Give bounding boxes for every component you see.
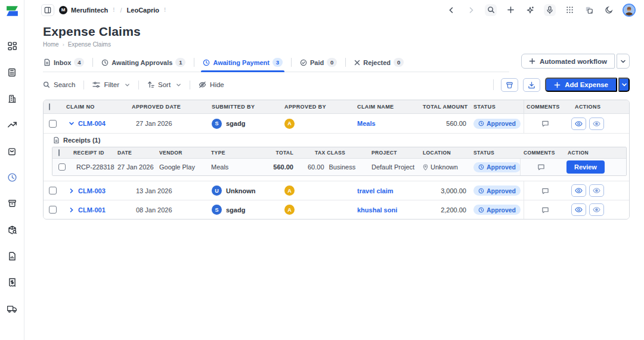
search-tool[interactable]: Search bbox=[43, 81, 75, 88]
trash-icon bbox=[506, 81, 513, 89]
sort-label: Sort bbox=[158, 81, 171, 88]
preview-button[interactable] bbox=[589, 118, 604, 130]
view-button[interactable] bbox=[571, 118, 586, 130]
tab-awaiting-approvals[interactable]: Awaiting Approvals 1 bbox=[101, 55, 186, 72]
receipts-table: RECEIPT ID DATE VENDOR TYPE TOTAL TAX CL… bbox=[52, 147, 627, 176]
sidebar-item-documents[interactable] bbox=[6, 251, 18, 261]
truck-icon bbox=[7, 304, 17, 313]
tab-awaiting-payment[interactable]: Awaiting Payment 3 bbox=[202, 55, 283, 72]
tab-label: Awaiting Payment bbox=[213, 59, 270, 66]
add-expense-button[interactable]: Add Expense bbox=[545, 78, 617, 92]
plus-icon bbox=[529, 58, 535, 64]
comments-button[interactable] bbox=[541, 120, 549, 127]
tab-label: Rejected bbox=[363, 59, 391, 66]
automated-workflow-button[interactable]: Automated workflow bbox=[521, 54, 615, 69]
tab-rejected[interactable]: Rejected 0 bbox=[354, 55, 404, 72]
col-total-amount: TOTAL AMOUNT bbox=[420, 104, 471, 110]
expand-row-button[interactable] bbox=[69, 188, 75, 194]
status-clock-icon bbox=[478, 207, 484, 213]
row-checkbox[interactable] bbox=[49, 206, 57, 214]
org-switcher[interactable]: M Merufintech bbox=[59, 6, 108, 14]
sidebar-item-organization[interactable] bbox=[6, 93, 18, 104]
table-row[interactable]: CLM-004 27 Jan 2026 S sgadg A Meals 560.… bbox=[44, 114, 629, 133]
table-row[interactable]: CLM-001 08 Jan 2026 S sgadg A khushal so… bbox=[44, 200, 629, 219]
tab-divider bbox=[291, 58, 292, 67]
tab-label: Awaiting Approvals bbox=[112, 59, 172, 66]
table-row[interactable]: CLM-003 13 Jan 2026 U Unknown A travel c… bbox=[44, 181, 629, 200]
col-receipt-id: RECEIPT ID bbox=[71, 150, 115, 156]
user-avatar[interactable] bbox=[623, 4, 636, 17]
receipt-checkbox[interactable] bbox=[58, 163, 66, 171]
tab-count-badge: 4 bbox=[74, 58, 84, 67]
claim-name-link[interactable]: travel claim bbox=[357, 187, 394, 194]
panel-toggle-button[interactable] bbox=[41, 4, 54, 16]
col-claim-no: CLAIM NO bbox=[64, 104, 129, 110]
receipt-row[interactable]: RCP-228318 27 Jan 2026 Google Play Meals… bbox=[52, 159, 626, 175]
delete-button[interactable] bbox=[501, 78, 518, 92]
submitter-name: sgadg bbox=[226, 120, 245, 127]
sidebar-item-ledger[interactable] bbox=[6, 67, 18, 78]
sidebar-item-awaiting[interactable] bbox=[6, 172, 18, 183]
path-separator: / bbox=[120, 7, 122, 14]
screenshot-button[interactable] bbox=[583, 4, 595, 16]
topbar-right bbox=[445, 4, 636, 17]
approved-date: 08 Jan 2026 bbox=[129, 206, 209, 214]
sidebar-item-invoices[interactable] bbox=[6, 277, 18, 288]
sort-tool[interactable]: Sort bbox=[147, 81, 181, 88]
expand-row-button[interactable] bbox=[69, 207, 75, 213]
preview-button[interactable] bbox=[589, 203, 604, 216]
comments-button[interactable] bbox=[541, 206, 549, 214]
project-menu-dots-icon[interactable]: ⁝ bbox=[164, 7, 166, 13]
claim-no-link[interactable]: CLM-003 bbox=[78, 187, 106, 194]
sort-icon bbox=[147, 81, 154, 88]
eye-icon bbox=[575, 187, 583, 194]
tab-inbox[interactable]: Inbox 4 bbox=[43, 55, 85, 72]
sidebar-item-delivery[interactable] bbox=[6, 303, 18, 314]
breadcrumb-home[interactable]: Home bbox=[43, 41, 59, 48]
sidebar-item-reports-trend[interactable] bbox=[6, 119, 18, 130]
nav-back-button[interactable] bbox=[445, 4, 457, 16]
filter-tool[interactable]: Filter bbox=[92, 81, 130, 88]
add-expense-dropdown[interactable] bbox=[618, 78, 630, 92]
hide-tool[interactable]: Hide bbox=[199, 81, 224, 88]
page-title: Expense Claims bbox=[43, 24, 630, 39]
voice-button[interactable] bbox=[544, 4, 556, 16]
export-button[interactable] bbox=[523, 78, 540, 92]
claim-no-link[interactable]: CLM-004 bbox=[78, 120, 106, 127]
nav-forward-button[interactable] bbox=[465, 4, 477, 16]
eye-filled-icon bbox=[593, 120, 600, 127]
global-search-button[interactable] bbox=[485, 4, 497, 16]
apps-grid-button[interactable] bbox=[564, 4, 575, 16]
view-button[interactable] bbox=[571, 184, 586, 197]
app-logo[interactable] bbox=[5, 4, 20, 18]
col-location: LOCATION bbox=[420, 150, 471, 156]
receipt-comments-button[interactable] bbox=[537, 163, 545, 171]
ai-assistant-button[interactable] bbox=[524, 4, 536, 16]
row-checkbox[interactable] bbox=[49, 120, 57, 128]
receipts-select-all-checkbox[interactable] bbox=[58, 149, 60, 156]
sidebar-item-purchases[interactable] bbox=[6, 146, 18, 156]
select-all-checkbox[interactable] bbox=[49, 103, 50, 110]
preview-button[interactable] bbox=[589, 184, 604, 197]
project-switcher[interactable]: LeoCaprio bbox=[127, 7, 159, 14]
sidebar-item-dashboard[interactable] bbox=[6, 41, 18, 51]
org-menu-dots-icon[interactable]: ⁝ bbox=[113, 7, 115, 13]
sidebar-item-inventory[interactable] bbox=[6, 224, 18, 235]
automated-workflow-dropdown[interactable] bbox=[617, 54, 630, 69]
comments-button[interactable] bbox=[541, 187, 549, 194]
claim-name-link[interactable]: khushal soni bbox=[357, 206, 397, 214]
toolbar-divider bbox=[83, 81, 84, 89]
row-checkbox[interactable] bbox=[49, 187, 57, 194]
claim-no-link[interactable]: CLM-001 bbox=[78, 206, 106, 214]
sidebar-item-archive[interactable] bbox=[6, 198, 18, 209]
tab-paid[interactable]: Paid 0 bbox=[299, 55, 338, 72]
claim-name-link[interactable]: Meals bbox=[357, 120, 376, 127]
building-icon bbox=[7, 94, 17, 104]
view-button[interactable] bbox=[571, 203, 586, 216]
collapse-row-button[interactable] bbox=[69, 120, 75, 126]
quick-add-button[interactable] bbox=[504, 4, 516, 16]
receipts-section: Receipts (1) RECEIPT ID DATE VENDOR TYPE… bbox=[44, 133, 629, 181]
review-button[interactable]: Review bbox=[566, 160, 605, 174]
dark-mode-button[interactable] bbox=[603, 4, 615, 16]
shopping-bag-icon bbox=[7, 146, 17, 156]
